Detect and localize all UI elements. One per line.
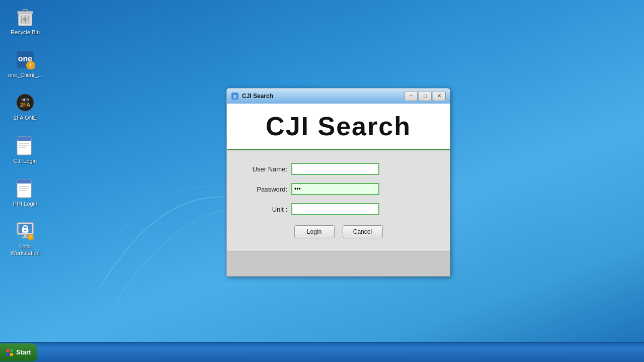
svg-point-28 xyxy=(24,229,26,231)
phi-login-label: PHI Login xyxy=(13,201,37,207)
start-button[interactable]: Start xyxy=(0,343,37,361)
svg-rect-35 xyxy=(6,349,9,352)
window-content: CJI Search User Name: Password: Unit : L… xyxy=(227,104,450,276)
svg-line-2 xyxy=(21,16,22,23)
username-label: User Name: xyxy=(242,165,287,173)
taskbar: Start xyxy=(0,342,644,362)
recycle-bin-label: Recycle Bin xyxy=(11,29,40,36)
title-bar-icon: S xyxy=(231,92,239,100)
2fa-one-icon[interactable]: one 2FA 2FA ONE xyxy=(5,90,45,123)
desktop-icons: ♻ Recycle Bin one ! one_Client_... one 2… xyxy=(0,0,50,263)
password-input[interactable] xyxy=(291,183,379,195)
svg-rect-6 xyxy=(23,10,28,12)
minimize-button[interactable]: ─ xyxy=(405,91,418,101)
unit-input[interactable] xyxy=(291,203,379,215)
maximize-button[interactable]: □ xyxy=(419,91,432,101)
svg-text:!: ! xyxy=(30,63,31,68)
lock-workstation-svg: 🔑 xyxy=(16,221,34,241)
title-bar: S CJI Search ─ □ ✕ xyxy=(227,88,450,104)
one-client-svg: one ! xyxy=(16,50,35,69)
password-row: Password: xyxy=(242,183,435,195)
svg-rect-16 xyxy=(17,137,31,141)
cji-login-icon[interactable]: CJI Login xyxy=(5,134,45,166)
window-title: CJI Search xyxy=(242,93,405,100)
username-input[interactable] xyxy=(291,163,379,175)
svg-rect-29 xyxy=(24,234,26,237)
unit-row: Unit : xyxy=(242,203,435,215)
svg-rect-21 xyxy=(17,179,31,184)
svg-text:S: S xyxy=(233,94,236,99)
svg-text:🔑: 🔑 xyxy=(28,235,34,240)
lock-workstation-icon[interactable]: 🔑 Lock Workstation xyxy=(5,219,45,258)
window-footer xyxy=(227,251,450,276)
svg-text:2FA: 2FA xyxy=(20,102,30,108)
svg-rect-38 xyxy=(10,353,13,356)
button-row: Login Cancel xyxy=(242,225,435,241)
svg-text:♻: ♻ xyxy=(23,17,28,22)
phi-login-icon[interactable]: PHI Login xyxy=(5,176,45,209)
unit-label: Unit : xyxy=(242,206,287,213)
phi-login-svg xyxy=(16,178,34,199)
app-title: CJI Search xyxy=(266,112,411,141)
one-client-icon[interactable]: one ! one_Client_... xyxy=(5,48,45,80)
cji-login-label: CJI Login xyxy=(14,158,37,164)
window-body: User Name: Password: Unit : Login Cancel xyxy=(227,150,450,251)
cancel-button[interactable]: Cancel xyxy=(343,225,383,238)
2fa-one-label: 2FA ONE xyxy=(14,115,37,121)
cji-search-window: S CJI Search ─ □ ✕ CJI Search User Name:… xyxy=(226,88,450,277)
window-header: CJI Search xyxy=(227,104,450,150)
start-label: Start xyxy=(16,348,31,356)
password-label: Password: xyxy=(242,186,287,193)
2fa-one-svg: one 2FA xyxy=(16,93,35,112)
recycle-bin-svg: ♻ xyxy=(16,8,34,27)
title-bar-buttons: ─ □ ✕ xyxy=(405,91,446,101)
cji-login-svg xyxy=(16,136,34,156)
login-button[interactable]: Login xyxy=(294,225,335,238)
lock-workstation-label: Lock Workstation xyxy=(7,243,43,256)
username-row: User Name: xyxy=(242,163,435,175)
close-button[interactable]: ✕ xyxy=(433,91,446,101)
recycle-bin-icon[interactable]: ♻ Recycle Bin xyxy=(5,5,45,38)
windows-logo-icon xyxy=(6,349,13,356)
svg-rect-37 xyxy=(6,353,9,356)
svg-line-4 xyxy=(29,16,29,23)
svg-rect-36 xyxy=(10,349,13,352)
one-client-label: one_Client_... xyxy=(8,72,42,78)
